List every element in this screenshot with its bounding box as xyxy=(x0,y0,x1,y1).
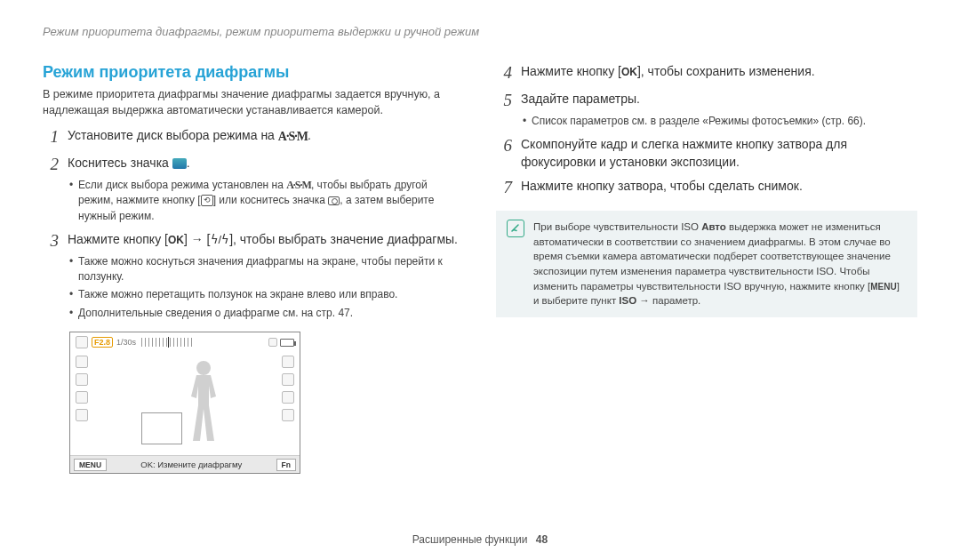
shutter-readout: 1/30s xyxy=(116,338,136,347)
step-text: ] → [ xyxy=(184,232,211,246)
step-text: Установите диск выбора режима на xyxy=(68,128,278,142)
info-note: При выборе чувствительности ISO Авто выд… xyxy=(496,211,917,317)
step-3-sub3: Дополнительные сведения о диафрагме см. … xyxy=(69,306,464,321)
flash-down-icon: ϟ xyxy=(221,233,229,246)
section-title: Режим приоритета диафрагмы xyxy=(43,63,464,82)
note-bold: Авто xyxy=(701,221,726,232)
step-7: 7 Нажмите кнопку затвора, чтобы сделать … xyxy=(496,178,917,198)
step-body: Нажмите кнопку [OK], чтобы сохранить изм… xyxy=(521,63,815,81)
step-number: 4 xyxy=(496,63,512,84)
step-1: 1 Установите диск выбора режима на A·S·M… xyxy=(43,127,464,148)
step-5: 5 Задайте параметры. xyxy=(496,91,917,111)
lcd-side-icon xyxy=(76,391,88,404)
note-text: При выборе чувствительности ISO Авто выд… xyxy=(533,220,907,308)
topbar-icon xyxy=(76,336,88,348)
mode-badge-icon xyxy=(172,158,187,169)
step-text: ], чтобы выбрать значение диафрагмы. xyxy=(229,232,458,246)
step-text: Нажмите кнопку [ xyxy=(521,64,621,78)
camera-screen-illustration: F2.8 1/30s xyxy=(69,332,300,474)
asm-mode-icon: A·S·M xyxy=(286,178,311,193)
right-column: 4 Нажмите кнопку [OK], чтобы сохранить и… xyxy=(496,63,917,474)
ok-button-icon: OK xyxy=(168,234,184,246)
back-button-icon: ⟲ xyxy=(201,195,213,206)
person-silhouette-icon xyxy=(179,359,228,448)
lcd-hint-text: OK: Измените диафрагму xyxy=(110,460,273,469)
menu-button-icon: MENU xyxy=(870,282,896,292)
note-fragment: → параметр. xyxy=(636,295,700,306)
camera-icon xyxy=(328,196,340,205)
left-column: Режим приоритета диафрагмы В режиме прио… xyxy=(43,63,464,474)
step-3-sub1: Также можно коснуться значения диафрагмы… xyxy=(69,254,464,285)
topbar-right xyxy=(268,338,294,347)
flash-up-icon: ϟ/ xyxy=(211,233,222,246)
step-number: 2 xyxy=(43,155,59,175)
step-body: Коснитесь значка . xyxy=(68,155,190,172)
step-text: ], чтобы сохранить изменения. xyxy=(637,64,815,78)
manual-page: Режим приоритета диафрагмы, режим приори… xyxy=(0,0,960,560)
svg-point-0 xyxy=(196,361,211,375)
lcd-topbar: F2.8 1/30s xyxy=(76,336,294,348)
note-bold: ISO xyxy=(619,295,636,306)
step-2-sub: Если диск выбора режима установлен на A·… xyxy=(69,178,464,224)
af-frame-icon xyxy=(141,412,182,444)
lcd-side-icon xyxy=(76,356,88,368)
step-number: 3 xyxy=(43,231,59,252)
step-4: 4 Нажмите кнопку [OK], чтобы сохранить и… xyxy=(496,63,917,84)
battery-icon xyxy=(280,339,294,347)
lcd-side-icon xyxy=(282,409,294,421)
lcd-side-icon xyxy=(76,373,88,386)
page-footer: Расширенные функции 48 xyxy=(0,533,960,546)
exposure-scale-icon xyxy=(141,338,195,347)
lcd-side-icon xyxy=(282,356,294,368)
lcd-side-icon xyxy=(282,373,294,386)
substep-text: Если диск выбора режима установлен на xyxy=(78,179,286,191)
step-number: 5 xyxy=(496,91,512,111)
info-icon xyxy=(507,220,524,237)
note-fragment: При выборе чувствительности ISO xyxy=(533,221,701,232)
lcd-bottombar: MENU OK: Измените диафрагму Fn xyxy=(70,455,300,473)
camera-lcd: F2.8 1/30s xyxy=(69,332,300,474)
step-text: . xyxy=(187,156,190,170)
step-5-sub: Список параметров см. в разделе «Режимы … xyxy=(523,114,917,129)
step-2: 2 Коснитесь значка . xyxy=(43,155,464,175)
step-3: 3 Нажмите кнопку [OK] → [ϟ/ϟ], чтобы выб… xyxy=(43,231,464,252)
substep-text: ] или коснитесь значка xyxy=(213,194,329,206)
lcd-side-icon xyxy=(282,391,294,404)
asm-mode-icon: A·S·M xyxy=(278,128,308,146)
step-text: . xyxy=(308,128,311,142)
step-body: Скомпонуйте кадр и слегка нажмите кнопку… xyxy=(521,136,917,171)
step-number: 6 xyxy=(496,136,512,156)
step-body: Установите диск выбора режима на A·S·M. xyxy=(68,127,311,145)
intro-paragraph: В режиме приоритета диафрагмы значение д… xyxy=(43,87,464,118)
footer-label: Расширенные функции xyxy=(412,533,528,546)
page-number: 48 xyxy=(536,533,548,546)
two-column-layout: Режим приоритета диафрагмы В режиме прио… xyxy=(43,63,917,474)
step-body: Нажмите кнопку [OK] → [ϟ/ϟ], чтобы выбра… xyxy=(68,231,458,249)
step-3-sub2: Также можно перетащить ползунок на экран… xyxy=(69,287,464,302)
step-text: Коснитесь значка xyxy=(68,156,172,170)
running-header: Режим приоритета диафрагмы, режим приори… xyxy=(43,25,917,38)
lcd-right-icons xyxy=(282,356,294,421)
fn-chip: Fn xyxy=(276,459,296,471)
lcd-side-icon xyxy=(76,409,88,421)
step-6: 6 Скомпонуйте кадр и слегка нажмите кноп… xyxy=(496,136,917,171)
step-number: 7 xyxy=(496,178,512,198)
step-body: Нажмите кнопку затвора, чтобы сделать сн… xyxy=(521,178,803,196)
menu-chip: MENU xyxy=(74,459,107,471)
ok-button-icon: OK xyxy=(621,66,637,78)
status-icon xyxy=(268,338,277,347)
lcd-left-icons xyxy=(76,356,88,421)
step-body: Задайте параметры. xyxy=(521,91,640,108)
step-text: Нажмите кнопку [ xyxy=(68,232,168,246)
aperture-readout: F2.8 xyxy=(92,337,113,348)
step-number: 1 xyxy=(43,127,59,148)
